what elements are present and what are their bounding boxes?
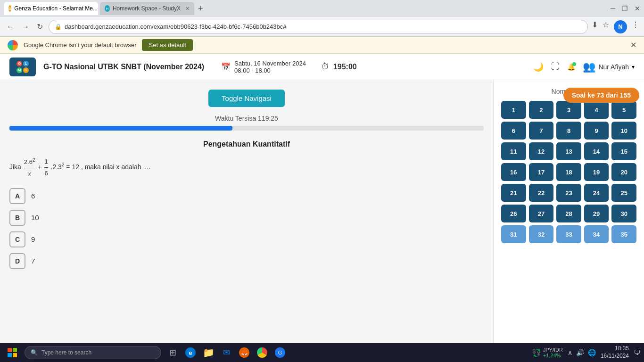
option-d-label: D (9, 253, 25, 269)
header-right: 🌙 ⛶ 🔔 👥 Nur Afiyah ▾ (533, 61, 635, 73)
logo-g: G (17, 61, 22, 66)
notification-bar: Google Chrome isn't your default browser… (0, 37, 644, 54)
q-btn-10[interactable]: 10 (611, 122, 636, 140)
edge-icon[interactable]: e (183, 345, 198, 360)
bell-icon[interactable]: 🔔 (567, 63, 575, 71)
q-btn-30[interactable]: 30 (611, 205, 636, 222)
q-btn-23[interactable]: 23 (556, 184, 581, 202)
q-btn-22[interactable]: 22 (529, 184, 554, 202)
q-btn-34[interactable]: 34 (584, 225, 609, 243)
forward-button[interactable]: → (20, 21, 31, 33)
up-arrow-icon[interactable]: ∧ (568, 349, 572, 356)
q-btn-27[interactable]: 27 (529, 205, 554, 222)
option-c-label: C (9, 231, 25, 247)
q-btn-19[interactable]: 19 (584, 163, 609, 181)
q-btn-32[interactable]: 32 (529, 225, 554, 243)
win-logo-q4 (13, 353, 17, 357)
refresh-button[interactable]: ↻ (35, 20, 45, 33)
chrome-logo (8, 40, 18, 50)
download-icon[interactable]: ⬇ (592, 20, 598, 33)
chrome-taskbar-icon[interactable] (255, 345, 270, 360)
q-btn-1[interactable]: 1 (501, 101, 526, 119)
menu-icon[interactable]: ⋮ (632, 20, 639, 33)
win-logo-q2 (13, 348, 17, 352)
tab2-label: Homework Space - StudyX (113, 5, 181, 12)
q-btn-28[interactable]: 28 (556, 205, 581, 222)
q-btn-7[interactable]: 7 (529, 122, 554, 140)
taskbar-search-box[interactable]: 🔍 Type here to search (25, 346, 161, 359)
toolbar-actions: ⬇ ☆ N ⋮ (592, 20, 639, 33)
user-section[interactable]: 👥 Nur Afiyah ▾ (583, 61, 635, 73)
win-logo-q1 (8, 348, 12, 352)
address-bar[interactable]: 🔒 dashboard.genzaeducation.com/exam/ebb9… (49, 20, 588, 34)
notification-center-icon[interactable]: 🗨 (634, 349, 640, 356)
new-tab-button[interactable]: + (198, 4, 203, 14)
q-btn-25[interactable]: 25 (611, 184, 636, 202)
q-btn-26[interactable]: 26 (501, 205, 526, 222)
q-btn-8[interactable]: 8 (556, 122, 581, 140)
window-controls: ─ ❐ ✕ (611, 5, 640, 12)
q-btn-15[interactable]: 15 (611, 142, 636, 160)
bookmark-icon[interactable]: ☆ (603, 20, 609, 33)
q-btn-3[interactable]: 3 (556, 101, 581, 119)
taskbar-search-icon: 🔍 (31, 349, 38, 356)
exam-date-meta: 📅 Sabtu, 16 November 2024 08.00 - 18.00 (221, 60, 306, 74)
back-button[interactable]: ← (5, 21, 16, 33)
close-window-button[interactable]: ✕ (635, 5, 640, 12)
q-btn-5[interactable]: 5 (611, 101, 636, 119)
browser-user-avatar[interactable]: N (614, 20, 627, 33)
timer-value: 195:00 (333, 63, 357, 71)
q-btn-29[interactable]: 29 (584, 205, 609, 222)
option-b[interactable]: B 10 (9, 210, 484, 226)
option-a[interactable]: A 6 (9, 188, 484, 204)
timer-icon: ⏱ (321, 62, 330, 72)
network-icon[interactable]: 🌐 (588, 349, 596, 356)
expand-icon[interactable]: ⛶ (551, 62, 560, 72)
question-grid: 1 2 3 4 5 6 7 8 9 10 11 12 13 14 15 16 1… (501, 101, 636, 243)
q-btn-18[interactable]: 18 (556, 163, 581, 181)
chrome2-taskbar-icon[interactable]: G (272, 345, 288, 360)
q-btn-2[interactable]: 2 (529, 101, 554, 119)
maximize-button[interactable]: ❐ (622, 5, 628, 12)
option-d[interactable]: D 7 (9, 253, 484, 269)
option-d-value: 7 (31, 257, 35, 265)
mail-icon[interactable]: ✉ (219, 345, 234, 360)
active-tab[interactable]: G Genza Education - Selamat Me... ✕ (4, 2, 98, 15)
q-btn-20[interactable]: 20 (611, 163, 636, 181)
firefox-icon[interactable]: 🦊 (237, 345, 252, 360)
set-default-button[interactable]: Set as default (142, 39, 193, 51)
nav-panel: Nomor Soal 1 2 3 4 5 6 7 8 9 10 11 12 13… (493, 80, 644, 343)
notification-close-button[interactable]: ✕ (630, 41, 636, 49)
tab2-close[interactable]: ✕ (185, 6, 190, 12)
q-btn-17[interactable]: 17 (529, 163, 554, 181)
q-btn-9[interactable]: 9 (584, 122, 609, 140)
q-btn-14[interactable]: 14 (584, 142, 609, 160)
q-btn-35[interactable]: 35 (611, 225, 636, 243)
q-btn-6[interactable]: 6 (501, 122, 526, 140)
taskbar-icons: ⊞ e 📁 ✉ 🦊 G (165, 345, 288, 360)
inactive-tab[interactable]: H Homework Space - StudyX ✕ (100, 2, 194, 15)
q-btn-24[interactable]: 24 (584, 184, 609, 202)
clock-time: 10:35 (601, 345, 629, 353)
minimize-button[interactable]: ─ (611, 5, 615, 12)
dark-mode-icon[interactable]: 🌙 (533, 62, 544, 72)
app-header: G L M S G-TO Nasional UTBK SNBT (Novembe… (0, 54, 644, 80)
speaker-icon[interactable]: 🔊 (576, 349, 584, 356)
file-explorer-icon[interactable]: 📁 (201, 345, 216, 360)
q-btn-11[interactable]: 11 (501, 142, 526, 160)
option-c[interactable]: C 9 (9, 231, 484, 247)
q-btn-33[interactable]: 33 (556, 225, 581, 243)
taskview-icon[interactable]: ⊞ (165, 345, 180, 360)
q-btn-13[interactable]: 13 (556, 142, 581, 160)
user-dropdown-icon: ▾ (632, 64, 635, 70)
q-btn-12[interactable]: 12 (529, 142, 554, 160)
q-btn-16[interactable]: 16 (501, 163, 526, 181)
q-btn-4[interactable]: 4 (584, 101, 609, 119)
q-btn-21[interactable]: 21 (501, 184, 526, 202)
start-button[interactable] (4, 346, 21, 360)
notification-text: Google Chrome isn't your default browser (24, 41, 136, 49)
q-btn-31[interactable]: 31 (501, 225, 526, 243)
toggle-navigasi-button[interactable]: Toggle Navigasi (208, 90, 285, 107)
tab1-favicon: G (8, 5, 11, 12)
windows-logo (8, 348, 17, 357)
